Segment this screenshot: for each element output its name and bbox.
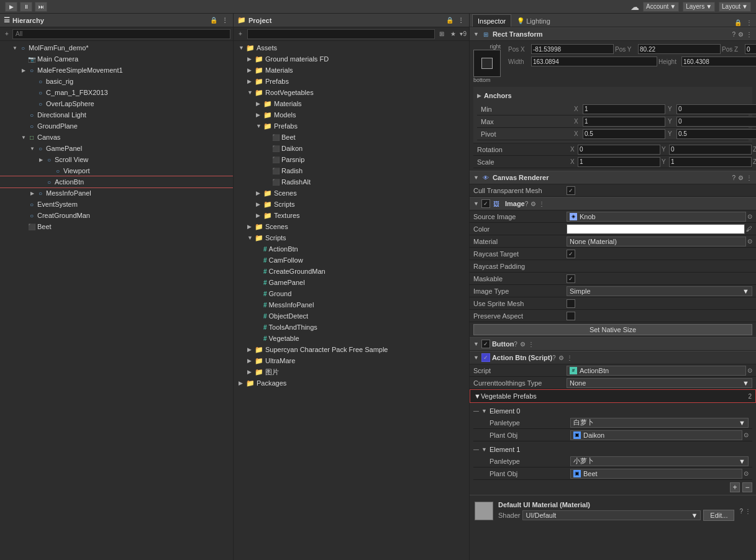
cull-transparent-checkbox[interactable] (567, 186, 575, 195)
canvas-renderer-settings[interactable]: ⚙ (738, 174, 744, 181)
source-image-field[interactable]: ◈ Knob (567, 212, 746, 222)
rot-x-input[interactable]: 0 (578, 145, 660, 155)
project-item-assets[interactable]: ▼📁Assets (234, 42, 469, 53)
image-enable-checkbox[interactable] (481, 199, 490, 208)
rect-transform-question[interactable]: ? (732, 31, 736, 38)
anchor-min-x-input[interactable]: 1 (583, 104, 665, 114)
canvas-renderer-more[interactable]: ⋮ (746, 174, 752, 181)
image-more[interactable]: ⋮ (539, 201, 545, 207)
project-item-packages[interactable]: ▶📁Packages (234, 377, 469, 389)
button-more[interactable]: ⋮ (528, 341, 534, 348)
hierarchy-lock-btn[interactable]: 🔒 (209, 16, 218, 25)
project-view-btn[interactable]: ⊞ (437, 30, 446, 38)
tree-item-scrollview[interactable]: ▶○Scroll View (0, 154, 233, 165)
project-item-images[interactable]: ▶📁图片 (234, 366, 469, 377)
color-swatch[interactable] (567, 224, 745, 234)
tree-item-root[interactable]: ▼○MolFamFun_demo* (0, 42, 233, 53)
tree-item-malefree[interactable]: ▶○MaleFreeSimpleMovement1 (0, 65, 233, 76)
project-item-sc_messinfopanel[interactable]: #MessInfoPanel (234, 299, 469, 310)
tree-item-canvas[interactable]: ▼□Canvas (0, 132, 233, 143)
project-item-scenes2[interactable]: ▶📁Scenes (234, 221, 469, 232)
project-item-radish_p[interactable]: ⬛Radish (234, 165, 469, 176)
remove-element-btn[interactable]: − (742, 482, 752, 492)
project-item-rv_materials[interactable]: ▶📁Materials (234, 98, 469, 109)
project-item-materials[interactable]: ▶📁Materials (234, 65, 469, 76)
veg-elem1-plant-field[interactable]: ▣ Beet (570, 469, 742, 479)
project-item-sc_creategroundman[interactable]: #CreateGroundMan (234, 266, 469, 277)
tab-lighting[interactable]: 💡 Lighting (511, 14, 556, 27)
script-circle-btn[interactable]: ⊙ (747, 367, 752, 374)
project-item-parsnip_p[interactable]: ⬛Parsnip (234, 154, 469, 165)
project-item-beet_p[interactable]: ⬛Beet (234, 132, 469, 143)
tab-inspector[interactable]: Inspector (472, 14, 511, 27)
currenttoolthings-dropdown[interactable]: None ▼ (567, 378, 752, 388)
rt-pos-x-input[interactable]: -81.53998 (531, 44, 614, 54)
project-item-scripts_sub[interactable]: ▶📁Scripts (234, 199, 469, 210)
project-item-sc_gamepanel[interactable]: #GamePanel (234, 277, 469, 288)
layers-dropdown[interactable]: Layers ▼ (683, 2, 715, 12)
anchor-min-y-input[interactable]: 0 (676, 104, 756, 114)
hierarchy-add-btn[interactable]: + (2, 30, 11, 38)
raycast-target-checkbox[interactable] (567, 250, 575, 258)
project-item-rootveg[interactable]: ▼📁RootVegetables (234, 87, 469, 98)
project-item-ultramare[interactable]: ▶📁UltraMare (234, 355, 469, 366)
tree-item-groundplane[interactable]: ○GroundPlane (0, 120, 233, 132)
play-button[interactable]: ▶ (5, 2, 17, 12)
layout-dropdown[interactable]: Layout ▼ (719, 2, 751, 12)
project-item-textures[interactable]: ▶📁Textures (234, 210, 469, 221)
bottom-material-more[interactable]: ⋮ (745, 508, 751, 515)
tree-item-overlapsphere[interactable]: ○OverLapSphere (0, 98, 233, 109)
image-question[interactable]: ? (525, 201, 529, 207)
project-item-scripts[interactable]: ▼📁Scripts (234, 232, 469, 243)
project-item-sc_actionbtn[interactable]: #ActionBtn (234, 243, 469, 255)
tree-item-maincamera[interactable]: 📷Main Camera (0, 53, 233, 65)
project-item-sc_objectdetect[interactable]: #ObjectDetect (234, 310, 469, 322)
project-item-sc_toolsandthings[interactable]: #ToolsAndThings (234, 322, 469, 333)
rt-height-input[interactable]: 160.4308 (681, 56, 756, 66)
material-edit-btn[interactable]: Edit... (703, 510, 734, 521)
project-item-groundmat[interactable]: ▶📁Ground materials FD (234, 53, 469, 65)
tree-item-beet[interactable]: ⬛Beet (0, 221, 233, 232)
hierarchy-search[interactable] (12, 29, 230, 39)
project-add-btn[interactable]: + (236, 30, 245, 38)
veg-elem1-plant-circle[interactable]: ⊙ (744, 470, 749, 477)
action-btn-more[interactable]: ⋮ (567, 355, 573, 361)
image-type-dropdown[interactable]: Simple ▼ (567, 286, 752, 296)
tree-item-gamepanel[interactable]: ▼○GamePanel (0, 143, 233, 154)
image-settings[interactable]: ⚙ (531, 201, 536, 207)
project-item-sc_camfollow[interactable]: #CamFollow (234, 255, 469, 266)
scale-x-input[interactable]: 1 (578, 157, 660, 167)
project-menu-btn[interactable]: ⋮ (457, 16, 465, 25)
project-search[interactable] (247, 29, 435, 39)
rt-pos-z-input[interactable]: 0 (745, 44, 756, 54)
set-native-size-button[interactable]: Set Native Size (473, 324, 752, 335)
project-item-radishalt_p[interactable]: ⬛RadishAlt (234, 176, 469, 187)
veg-elem0-plant-field[interactable]: ▣ Daikon (570, 430, 742, 440)
tree-item-eventsystem[interactable]: ○EventSystem (0, 199, 233, 210)
project-item-rv_models[interactable]: ▶📁Models (234, 109, 469, 120)
tree-item-actionbtn[interactable]: ○ActionBtn (0, 176, 233, 187)
tree-item-c_man[interactable]: ○C_man_1_FBX2013 (0, 87, 233, 98)
rt-pos-y-input[interactable]: 80.22 (638, 44, 721, 54)
rect-transform-more[interactable]: ⋮ (746, 31, 752, 38)
material-circle-btn[interactable]: ⊙ (747, 238, 752, 245)
project-item-scenes[interactable]: ▶📁Scenes (234, 187, 469, 199)
bottom-material-question[interactable]: ? (739, 508, 743, 515)
hierarchy-menu-btn[interactable]: ⋮ (221, 16, 229, 25)
scale-y-input[interactable]: 1 (669, 157, 752, 167)
project-lock-btn[interactable]: 🔒 (445, 16, 454, 25)
material-field[interactable]: None (Material) (567, 237, 746, 246)
tree-item-viewport[interactable]: ○Viewport (0, 165, 233, 176)
veg-elem1-panle-dropdown[interactable]: 小萝卜 ▼ (570, 456, 749, 466)
project-star-btn[interactable]: ★ (449, 30, 457, 38)
rot-y-input[interactable]: 0 (669, 145, 752, 155)
action-btn-enable-checkbox[interactable] (481, 353, 490, 362)
project-item-prefabs[interactable]: ▶📁Prefabs (234, 76, 469, 87)
rt-width-input[interactable]: 163.0894 (531, 56, 657, 66)
canvas-renderer-question[interactable]: ? (732, 174, 736, 181)
project-item-sc_ground[interactable]: #Ground (234, 288, 469, 299)
button-settings[interactable]: ⚙ (520, 341, 526, 348)
project-item-supercyan[interactable]: ▶📁Supercyan Character Pack Free Sample (234, 344, 469, 355)
inspector-lock-btn[interactable]: 🔒 (734, 18, 742, 27)
use-sprite-mesh-checkbox[interactable] (567, 299, 575, 308)
